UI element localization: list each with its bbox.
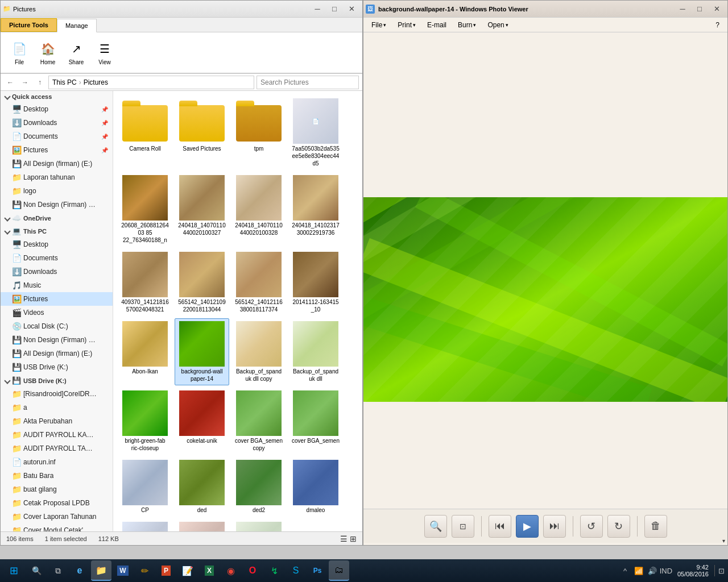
- file-item-565142-2[interactable]: 565142_14012116 380018117374: [231, 249, 286, 316]
- file-item-dmaleo[interactable]: dmaleo: [288, 457, 343, 517]
- sidebar-item-local-disk-c[interactable]: 💿 Local Disk (C:): [1, 319, 113, 333]
- photo-viewer-minimize-button[interactable]: ─: [674, 2, 691, 16]
- tray-network[interactable]: 📶: [633, 565, 644, 576]
- play-button[interactable]: ▶: [516, 515, 539, 538]
- taskbar-photoshop[interactable]: Ps: [307, 560, 328, 581]
- up-button[interactable]: ↑: [34, 76, 46, 89]
- zoom-button[interactable]: 🔍 ▾: [424, 515, 447, 538]
- usb-drive-header[interactable]: 💾 USB Drive (K:): [1, 374, 113, 387]
- rotate-right-button[interactable]: ↻: [607, 515, 630, 538]
- back-button[interactable]: ←: [4, 76, 16, 89]
- taskbar-excel[interactable]: X: [199, 560, 220, 581]
- taskbar-notepad[interactable]: 📝: [177, 560, 198, 581]
- sidebar-item-audit-kacindo[interactable]: 📁 AUDIT PAYROLL KACINDO: [1, 428, 113, 442]
- sidebar-item-non-design-d[interactable]: 💾 Non Design (Firman) (D:): [1, 198, 113, 211]
- file-item-ded[interactable]: ded: [175, 457, 229, 517]
- sidebar-item-laporan[interactable]: 📁 Laporan tahunan: [1, 171, 113, 184]
- sidebar-item-risandroid[interactable]: 📁 [Risandrooid]CorelDRAW X-: [1, 387, 113, 401]
- photo-viewer-maximize-button[interactable]: □: [691, 2, 708, 16]
- file-item-20141112[interactable]: 20141112-163415 _10: [288, 249, 343, 316]
- file-item-doc5[interactable]: [231, 519, 286, 531]
- tray-arrow[interactable]: ^: [619, 565, 631, 576]
- taskbar-explorer[interactable]: 📁: [91, 560, 111, 581]
- breadcrumb-pictures[interactable]: Pictures: [84, 78, 108, 86]
- taskbar-skype[interactable]: S: [286, 560, 306, 581]
- file-item-cokelat[interactable]: cokelat-unik: [175, 388, 229, 455]
- sidebar-item-akta[interactable]: 📁 Akta Perubahan: [1, 414, 113, 428]
- file-item-backup-spanduk[interactable]: Backup_of_spand uk dll: [288, 318, 343, 385]
- taskbar-edge[interactable]: e: [69, 560, 90, 581]
- file-item-240418-1[interactable]: 240418_14070110 440020100327: [175, 172, 229, 247]
- file-item-565142-1[interactable]: 565142_14012109 220018113044: [175, 249, 229, 316]
- menu-file[interactable]: File ▾: [367, 20, 391, 30]
- menu-print[interactable]: Print ▾: [393, 20, 420, 30]
- sidebar-item-all-design-e[interactable]: 💾 All Design (firman) (E:): [1, 157, 113, 171]
- quick-access-header[interactable]: Quick access: [1, 91, 113, 102]
- file-item-doc3[interactable]: [118, 519, 172, 531]
- sidebar-item-autorun[interactable]: 📄 autorun.inf: [1, 455, 113, 469]
- breadcrumb[interactable]: This PC › Pictures: [48, 76, 254, 89]
- start-button[interactable]: ⊞: [2, 560, 25, 581]
- file-item-doc4[interactable]: [175, 519, 229, 531]
- forward-button[interactable]: →: [19, 76, 31, 89]
- prev-button[interactable]: ⏮: [489, 515, 511, 538]
- sidebar-item-batu-bara[interactable]: 📁 Batu Bara: [1, 469, 113, 483]
- ribbon-btn-home[interactable]: 🏠 Home: [34, 37, 62, 68]
- menu-email[interactable]: E-mail: [423, 20, 451, 30]
- file-item-cover-bga[interactable]: cover BGA_semen: [288, 388, 343, 455]
- sidebar-item-downloads[interactable]: ⬇️ Downloads 📌: [1, 116, 113, 130]
- explorer-maximize-button[interactable]: □: [326, 2, 343, 16]
- onedrive-header[interactable]: ☁️ OneDrive: [1, 211, 113, 225]
- file-item-cover-bga-copy[interactable]: cover BGA_semen copy: [231, 388, 286, 455]
- file-item-backup-spanduk-copy[interactable]: Backup_of_spand uk dll copy: [231, 318, 286, 385]
- sidebar-item-non-design-d2[interactable]: 💾 Non Design (Firman) (D:): [1, 333, 113, 347]
- tab-picture-tools[interactable]: Picture Tools: [1, 18, 57, 32]
- content-area[interactable]: Camera Roll Saved Pictures tpm: [113, 91, 362, 531]
- file-item-cp[interactable]: CP: [118, 457, 172, 517]
- taskbar-corel[interactable]: ✏: [134, 560, 155, 581]
- menu-burn[interactable]: Burn ▾: [453, 20, 481, 30]
- search-button[interactable]: 🔍: [26, 560, 47, 581]
- ribbon-btn-file[interactable]: 📄 File: [5, 37, 34, 68]
- file-item-bg-wallpaper[interactable]: background-wall paper-14: [175, 318, 229, 385]
- taskbar-word[interactable]: W: [113, 560, 133, 581]
- taskbar-explorer2[interactable]: 🗂: [329, 560, 349, 581]
- tray-clock[interactable]: 9:42 05/08/2016: [674, 564, 712, 577]
- tray-volume[interactable]: 🔊: [647, 565, 658, 576]
- file-item-bright-green[interactable]: bright-green-fab ric-closeup: [118, 388, 172, 455]
- taskbar-bittorrent[interactable]: ↯: [264, 560, 284, 581]
- sidebar-item-pictures2[interactable]: 🖼️ Pictures: [1, 292, 113, 306]
- show-desktop-button[interactable]: ⊡: [714, 565, 726, 576]
- file-item-409370[interactable]: 409370_14121816 570024048321: [118, 249, 172, 316]
- sidebar-item-audit-tambora[interactable]: 📁 AUDIT PAYROLL TAMBORA: [1, 442, 113, 455]
- file-item-camera-roll[interactable]: Camera Roll: [118, 95, 172, 170]
- breadcrumb-pc[interactable]: This PC: [52, 78, 77, 86]
- sidebar-item-all-design-e2[interactable]: 💾 All Design (firman) (E:): [1, 347, 113, 360]
- explorer-close-button[interactable]: ✕: [343, 2, 360, 16]
- sidebar-item-usb-drive-k[interactable]: 💾 USB Drive (K:): [1, 360, 113, 374]
- delete-button[interactable]: 🗑: [644, 515, 667, 538]
- sidebar-item-desktop[interactable]: 🖥️ Desktop 📌: [1, 102, 113, 116]
- file-item-7aa50503[interactable]: 📄 7aa50503b2da535ee5e8e8304eec44d5: [288, 95, 343, 170]
- next-button[interactable]: ⏭: [543, 515, 566, 538]
- tab-manage[interactable]: Manage: [57, 19, 97, 32]
- file-item-240418-3[interactable]: 240418_14102317 300022919736: [288, 172, 343, 247]
- file-item-abon-ikan[interactable]: Abon-Ikan: [118, 318, 172, 385]
- ribbon-btn-share[interactable]: ↗ Share: [62, 37, 90, 68]
- sidebar-item-logo[interactable]: 📁 logo: [1, 184, 113, 198]
- menu-help[interactable]: ?: [711, 20, 724, 30]
- taskbar-powerpoint[interactable]: P: [156, 560, 176, 581]
- sidebar-item-cover-laporan[interactable]: 📁 Cover Laporan Tahunan: [1, 510, 113, 523]
- taskbar-opera[interactable]: O: [242, 560, 263, 581]
- sidebar-item-cetak-lpdb[interactable]: 📁 Cetak Proposal LPDB: [1, 496, 113, 510]
- file-item-ded2[interactable]: ded2: [231, 457, 286, 517]
- sidebar-item-pictures[interactable]: 🖼️ Pictures 📌: [1, 143, 113, 157]
- sidebar-item-buat-gilang[interactable]: 📁 buat gilang: [1, 483, 113, 496]
- file-item-tpm[interactable]: tpm: [231, 95, 286, 170]
- taskbar-chrome[interactable]: ◉: [221, 560, 241, 581]
- sidebar-item-videos[interactable]: 🎬 Videos: [1, 306, 113, 319]
- task-view-button[interactable]: ⧉: [48, 560, 68, 581]
- menu-open[interactable]: Open ▾: [483, 20, 512, 30]
- this-pc-header[interactable]: 💻 This PC: [1, 225, 113, 238]
- file-item-saved-pictures[interactable]: Saved Pictures: [175, 95, 229, 170]
